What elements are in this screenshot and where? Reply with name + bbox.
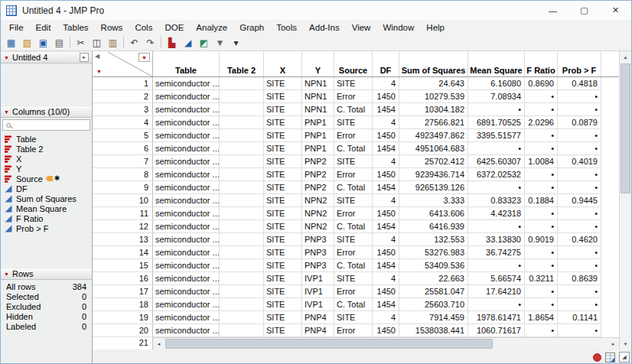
cell-table-2[interactable] <box>220 142 264 155</box>
cell-df[interactable]: 4 <box>373 233 399 246</box>
cell-sum-of-squares[interactable]: 7914.459 <box>399 311 468 324</box>
cell-table-2[interactable] <box>220 259 264 272</box>
cell-source[interactable]: C. Total <box>334 142 373 155</box>
cell-prob-f[interactable]: 0.4620 <box>558 233 601 246</box>
cell-source[interactable]: C. Total <box>334 259 373 272</box>
graph-builder-button[interactable]: ◩ <box>196 35 212 50</box>
cell-table[interactable]: semiconductor ... <box>153 90 220 103</box>
cell-f-ratio[interactable]: • <box>525 129 558 142</box>
cell-x[interactable]: SITE <box>264 259 302 272</box>
cell-table-2[interactable] <box>220 181 264 194</box>
cell-table-2[interactable] <box>220 285 264 298</box>
cell-y[interactable]: NPN1 <box>302 77 334 90</box>
cell-df[interactable]: 4 <box>373 194 399 207</box>
undo-button[interactable]: ↶ <box>126 35 142 50</box>
row-number-cell[interactable]: 12 <box>93 220 153 233</box>
cell-x[interactable]: SITE <box>264 207 302 220</box>
fit-y-by-x-button[interactable]: ◢ <box>180 35 196 50</box>
cell-df[interactable]: 1454 <box>373 103 399 116</box>
cell-df[interactable]: 1454 <box>373 298 399 311</box>
cell-prob-f[interactable]: 0.1141 <box>558 311 601 324</box>
cell-x[interactable]: SITE <box>264 311 302 324</box>
cell-source[interactable]: SITE <box>334 311 373 324</box>
cell-sum-of-squares[interactable]: 27566.821 <box>399 116 468 129</box>
scroll-left-button[interactable]: ◄ <box>153 338 165 349</box>
cell-table-2[interactable] <box>220 272 264 285</box>
cell-df[interactable]: 1450 <box>373 207 399 220</box>
column-item-source[interactable]: Source✱ <box>1 174 92 184</box>
cell-y[interactable]: NPN2 <box>302 194 334 207</box>
cell-table[interactable]: semiconductor ... <box>153 311 220 324</box>
cell-mean-square[interactable]: 6425.60307 <box>468 155 525 168</box>
row-number-cell[interactable]: 15 <box>93 259 153 272</box>
column-item-df[interactable]: DF <box>1 184 92 193</box>
cell-table[interactable]: semiconductor ... <box>153 220 220 233</box>
cell-x[interactable]: SITE <box>264 246 302 259</box>
cell-table[interactable]: semiconductor ... <box>153 116 220 129</box>
cell-df[interactable]: 1450 <box>373 90 399 103</box>
cell-x[interactable]: SITE <box>264 220 302 233</box>
cell-f-ratio[interactable]: • <box>525 220 558 233</box>
cell-source[interactable]: Error <box>334 285 373 298</box>
cell-sum-of-squares[interactable]: 53276.983 <box>399 246 468 259</box>
column-header-y[interactable]: Y <box>302 51 334 77</box>
cell-table[interactable]: semiconductor ... <box>153 103 220 116</box>
cell-mean-square[interactable]: 6372.02532 <box>468 168 525 181</box>
distribution-button[interactable]: ▙ <box>164 35 180 50</box>
cell-table[interactable]: semiconductor ... <box>153 142 220 155</box>
cell-df[interactable]: 1454 <box>373 259 399 272</box>
red-triangle-icon[interactable]: ▼ <box>4 55 9 60</box>
cell-prob-f[interactable]: 0.4818 <box>558 77 601 90</box>
row-number-cell[interactable]: 5 <box>93 129 153 142</box>
cell-table-2[interactable] <box>220 155 264 168</box>
menu-file[interactable]: File <box>3 21 30 34</box>
red-triangle-icon[interactable]: ▼ <box>4 109 9 115</box>
row-number-cell[interactable]: 3 <box>93 103 153 116</box>
rows-stat-all-rows[interactable]: All rows384 <box>1 281 92 291</box>
cell-mean-square[interactable]: 33.13830 <box>468 233 525 246</box>
row-number-cell[interactable]: 6 <box>93 142 153 155</box>
cell-f-ratio[interactable]: • <box>525 181 558 194</box>
cell-source[interactable]: Error <box>334 90 373 103</box>
row-number-cell[interactable]: 1 <box>93 77 153 90</box>
row-number-cell[interactable]: 2 <box>93 90 153 103</box>
cell-sum-of-squares[interactable]: 25702.412 <box>399 155 468 168</box>
cell-y[interactable]: PNP3 <box>302 233 334 246</box>
vertical-scroll-thumb[interactable] <box>621 63 630 193</box>
cell-prob-f[interactable]: • <box>558 168 601 181</box>
cell-sum-of-squares[interactable]: 22.663 <box>399 272 468 285</box>
row-number-cell[interactable]: 9 <box>93 181 153 194</box>
cell-mean-square[interactable]: 36.74275 <box>468 246 525 259</box>
cell-y[interactable]: NPN2 <box>302 207 334 220</box>
menu-tools[interactable]: Tools <box>270 21 303 34</box>
cell-df[interactable]: 4 <box>373 272 399 285</box>
cell-mean-square[interactable]: • <box>468 142 525 155</box>
cell-sum-of-squares[interactable]: 1538038.441 <box>399 324 468 337</box>
cell-source[interactable]: SITE <box>334 116 373 129</box>
cell-mean-square[interactable]: 17.64210 <box>468 285 525 298</box>
columns-search-input[interactable] <box>2 119 90 131</box>
cell-mean-square[interactable]: 0.83323 <box>468 194 525 207</box>
cell-f-ratio[interactable]: • <box>525 259 558 272</box>
cell-table-2[interactable] <box>220 103 264 116</box>
cell-y[interactable]: PNP3 <box>302 246 334 259</box>
cell-f-ratio[interactable]: • <box>525 142 558 155</box>
menu-cols[interactable]: Cols <box>129 21 158 34</box>
cell-y[interactable]: IVP1 <box>302 285 334 298</box>
cell-table[interactable]: semiconductor ... <box>153 246 220 259</box>
row-number-cell[interactable]: 18 <box>93 298 153 311</box>
column-item-f-ratio[interactable]: F Ratio <box>1 213 92 223</box>
cell-prob-f[interactable]: 0.0879 <box>558 116 601 129</box>
cell-x[interactable]: SITE <box>264 272 302 285</box>
horizontal-scroll-track[interactable] <box>165 338 608 349</box>
row-number-cell[interactable]: 14 <box>93 246 153 259</box>
cell-mean-square[interactable]: 4.42318 <box>468 207 525 220</box>
menu-view[interactable]: View <box>346 21 377 34</box>
cell-df[interactable]: 1450 <box>373 324 399 337</box>
cell-sum-of-squares[interactable]: 53409.536 <box>399 259 468 272</box>
cell-prob-f[interactable]: • <box>558 220 601 233</box>
cell-prob-f[interactable]: • <box>558 324 601 337</box>
cell-table-2[interactable] <box>220 194 264 207</box>
cell-mean-square[interactable]: 1060.71617 <box>468 324 525 337</box>
cell-x[interactable]: SITE <box>264 298 302 311</box>
